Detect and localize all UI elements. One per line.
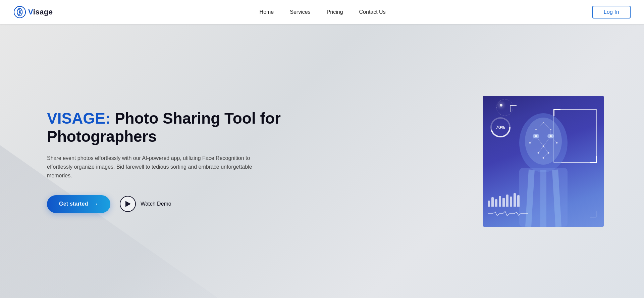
navbar-links: Home Services Pricing Contact Us <box>260 9 386 15</box>
bar-chart-bar <box>499 196 501 207</box>
navbar: Visage Home Services Pricing Contact Us … <box>0 0 644 24</box>
hero-buttons: Get started → Watch Demo <box>47 195 322 213</box>
hero-image-box: 70% <box>483 96 604 227</box>
bar-chart <box>488 193 520 207</box>
get-started-button[interactable]: Get started → <box>47 195 110 213</box>
hero-section: VISAGE: Photo Sharing Tool for Photograp… <box>0 24 644 298</box>
logo-link[interactable]: Visage <box>13 6 53 18</box>
play-circle-icon <box>120 196 136 212</box>
arrow-icon: → <box>92 201 98 208</box>
nav-contact[interactable]: Contact Us <box>359 9 386 15</box>
bar-chart-bar <box>510 197 512 207</box>
svg-point-2 <box>19 11 21 13</box>
hero-content: VISAGE: Photo Sharing Tool for Photograp… <box>47 89 322 233</box>
watch-demo-label: Watch Demo <box>141 201 171 207</box>
play-triangle-icon <box>125 201 131 207</box>
bar-chart-bar <box>514 193 516 207</box>
bar-chart-bar <box>517 195 520 207</box>
svg-line-9 <box>555 170 558 227</box>
hero-title: VISAGE: Photo Sharing Tool for Photograp… <box>47 109 322 146</box>
hero-image-wrapper: 70% <box>483 96 604 227</box>
bar-chart-bar <box>502 198 505 207</box>
hero-description: Share event photos effortlessly with our… <box>47 154 275 180</box>
bar-chart-bar <box>506 195 508 207</box>
nav-pricing[interactable]: Pricing <box>327 9 343 15</box>
face-silhouette <box>500 106 587 227</box>
watch-demo-button[interactable]: Watch Demo <box>120 196 171 212</box>
svg-line-7 <box>528 170 532 227</box>
bar-chart-bar <box>495 199 497 207</box>
hero-title-brand: VISAGE: <box>47 110 110 127</box>
get-started-label: Get started <box>59 201 88 207</box>
bar-chart-bar <box>491 197 494 207</box>
heartrate-line <box>488 211 528 217</box>
login-button[interactable]: Log In <box>592 6 631 18</box>
logo-text: Visage <box>28 8 53 16</box>
corner-br-marker <box>590 211 596 217</box>
logo-icon <box>13 6 26 18</box>
bar-chart-bar <box>488 201 490 207</box>
nav-home[interactable]: Home <box>260 9 274 15</box>
nav-services[interactable]: Services <box>290 9 310 15</box>
